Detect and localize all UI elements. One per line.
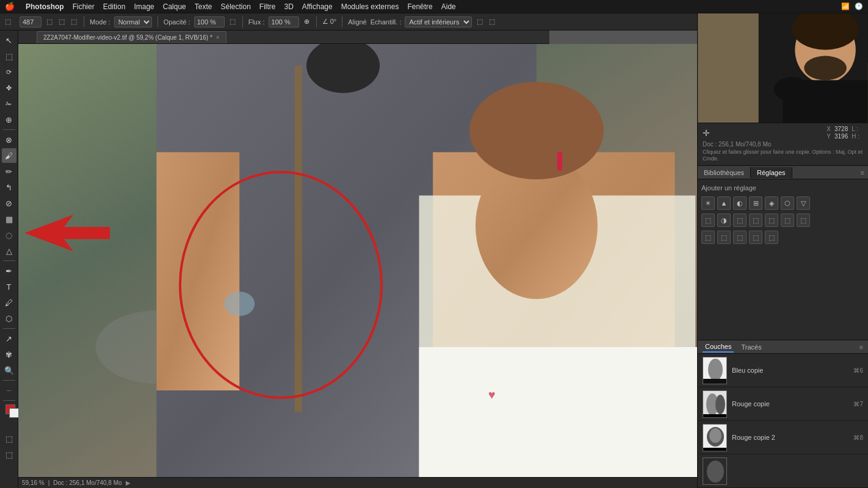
couches-tab-btn[interactable]: Couches [703,342,734,353]
adj-color-btn[interactable]: ▽ [797,196,810,210]
pen-tool-btn[interactable]: ✒ [2,264,16,278]
reglages-icons-row3: ⬚ ⬚ ⬚ ⬚ ⬚ [701,231,864,244]
adj-photo-btn[interactable]: ⬚ [733,214,747,227]
airbrush-btn[interactable]: ⊕ [303,18,311,26]
channel-shortcut-rouge: ⌘7 [853,401,863,407]
extra-tools-btn[interactable]: ··· [2,383,16,398]
brush-size-input[interactable] [20,16,42,27]
rotate-view-btn[interactable]: ✾ [2,347,16,362]
svg-point-40 [708,359,723,381]
adj-posterize-btn[interactable]: ⬚ [797,214,810,227]
tool-preset-btn[interactable]: ⬚ [4,18,12,26]
quick-mask-btn[interactable]: ⬚ [2,431,16,446]
adj-bw-btn[interactable]: ◑ [717,214,731,227]
menu-fichier[interactable]: Fichier [73,2,95,11]
object-select-btn[interactable]: ✤ [2,81,16,95]
apple-icon[interactable]: 🍎 [5,2,15,11]
adj-threshold-btn[interactable]: ⬚ [701,231,715,244]
adj-content: Ajouter un réglage ☀ ▲ ◐ ⊞ ◈ ⬡ ▽ ⬚ ◑ ⬚ ⬚… [698,179,868,340]
eraser-tool-btn[interactable]: ⊘ [2,196,16,210]
opacity-btn[interactable]: ⬚ [228,18,237,26]
adj-exposure-btn[interactable]: ⊞ [749,196,762,210]
adj-gradient-btn[interactable]: ⬚ [717,231,731,244]
blur-tool-btn[interactable]: ◌ [2,228,16,242]
move-tool-btn[interactable]: ↖ [2,33,16,48]
traces-tab-btn[interactable]: Tracés [739,342,764,352]
extra-opt-btn2[interactable]: ⬚ [488,18,496,26]
adj-invert-btn[interactable]: ⬚ [781,214,794,227]
adj-hue-btn[interactable]: ⬡ [781,196,794,210]
adj-colorbal-btn[interactable]: ⬚ [701,214,715,227]
dodge-tool-btn[interactable]: △ [2,243,16,258]
couches-header: Couches Tracés ≡ [698,340,868,354]
brush-extra-btn[interactable]: ⬚ [57,18,66,26]
menu-image[interactable]: Image [134,2,154,11]
channel-rouge-copie2[interactable]: Rouge copie 2 ⌘8 [698,421,868,454]
gradient-tool-btn[interactable]: ▦ [2,212,16,226]
channel-bleu-copie[interactable]: Bleu copie ⌘6 [698,354,868,387]
adj-vibrance-btn[interactable]: ◈ [765,196,778,210]
extra-opt-btn1[interactable]: ⬚ [476,18,484,26]
reglages-icons-row1: ☀ ▲ ◐ ⊞ ◈ ⬡ ▽ [701,196,864,210]
path-select-btn[interactable]: 🖊 [2,295,16,310]
menu-photoshop[interactable]: Photoshop [26,2,64,11]
brush-tool-btn[interactable]: 🖌 [2,148,16,163]
svg-point-35 [774,77,811,101]
foreground-color-btn[interactable] [2,403,16,418]
flux-input[interactable] [269,16,299,27]
history-brush-btn[interactable]: ↰ [2,180,16,195]
shape-tool-btn[interactable]: ⬡ [2,311,16,326]
adj-brightness-btn[interactable]: ☀ [701,196,715,210]
status-arrow[interactable]: ▶ [126,479,131,486]
marquee-tool-btn[interactable]: ⬚ [2,49,16,63]
menu-edition[interactable]: Edition [103,2,126,11]
clone-stamp-btn[interactable]: ✏ [2,164,16,179]
menu-calque[interactable]: Calque [163,2,186,11]
photo-canvas-container[interactable]: ♥ [18,44,709,477]
menu-3d[interactable]: 3D [284,2,294,11]
webcam-feed [698,13,868,123]
tool-icons-row: ✛ X 3728 L : Y 3196 H : [703,126,863,140]
menu-filtre[interactable]: Filtre [259,2,276,11]
adj-channelmix-btn[interactable]: ⬚ [749,214,762,227]
adj-levels-btn[interactable]: ▲ [717,196,731,210]
crop-tool-btn[interactable]: ✁ [2,96,16,111]
properties-area: ✛ X 3728 L : Y 3196 H : Doc : 256,1 Mo/7… [698,123,868,166]
menu-modules[interactable]: Modules externes [341,2,399,11]
channel-extra[interactable] [698,454,868,488]
canvas-area[interactable]: 2Z2A7047-Modifier-video-v2.tif @ 59,2% (… [18,30,709,488]
hand-tool-btn[interactable]: ↗ [2,331,16,346]
prop-move-btn[interactable]: ✛ [703,126,710,140]
brush-settings-btn[interactable]: ⬚ [45,18,54,26]
menu-texte[interactable]: Texte [195,2,212,11]
lasso-tool-btn[interactable]: ⟳ [2,65,16,79]
tab-close-btn[interactable]: × [216,34,220,41]
zoom-tool-btn[interactable]: 🔍 [2,363,16,378]
healing-brush-btn[interactable]: ⊗ [2,132,16,147]
menu-selection[interactable]: Sélection [220,2,250,11]
couches-menu-btn[interactable]: ≡ [859,343,863,351]
screen-mode-btn[interactable]: ⬚ [2,447,16,462]
adj-shadows-btn[interactable]: ⬚ [749,231,762,244]
eyedropper-tool-btn[interactable]: ⊕ [2,112,16,127]
menu-affichage[interactable]: Affichage [302,2,333,11]
doc-info-props: Doc : 256,1 Mo/740,8 Mo [703,141,863,148]
adj-colorlook-btn[interactable]: ⬚ [765,214,778,227]
adj-curves-btn[interactable]: ◐ [733,196,747,210]
tab-reglages[interactable]: Réglages [751,167,792,178]
menu-aide[interactable]: Aide [441,2,456,11]
blend-mode-select[interactable]: Normal [114,16,152,27]
adj-tabs-menu-btn[interactable]: ≡ [857,169,868,176]
echantillon-select[interactable]: Actif et inférieurs [405,16,472,27]
menubar: 🍎 Photoshop Fichier Edition Image Calque… [0,0,868,13]
adj-selective-btn[interactable]: ⬚ [733,231,747,244]
channel-rouge-copie[interactable]: Rouge copie ⌘7 [698,387,868,421]
document-tab[interactable]: 2Z2A7047-Modifier-video-v2.tif @ 59,2% (… [37,31,226,43]
brush-angle-btn[interactable]: ⬚ [70,18,78,26]
adj-extra-btn[interactable]: ⬚ [765,231,778,244]
menu-fenetre[interactable]: Fenêtre [407,2,432,11]
tab-bibliotheques[interactable]: Bibliothèques [698,167,751,178]
text-tool-btn[interactable]: T [2,279,16,294]
opacity-input[interactable] [194,16,225,27]
x-label: X [826,126,831,132]
